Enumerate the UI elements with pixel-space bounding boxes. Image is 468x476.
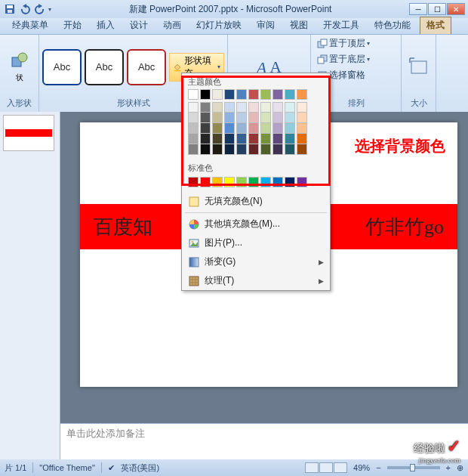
- color-swatch[interactable]: [297, 134, 307, 144]
- color-swatch[interactable]: [200, 89, 211, 100]
- color-swatch[interactable]: [248, 177, 259, 187]
- color-swatch[interactable]: [272, 144, 283, 155]
- picture-item[interactable]: 图片(P)...: [182, 233, 330, 252]
- color-swatch[interactable]: [285, 113, 295, 123]
- color-swatch[interactable]: [200, 123, 211, 134]
- color-swatch[interactable]: [285, 177, 295, 187]
- color-swatch[interactable]: [224, 102, 235, 113]
- gradient-item[interactable]: 渐变(G) ▶: [182, 252, 330, 271]
- color-swatch[interactable]: [236, 123, 247, 134]
- color-swatch[interactable]: [188, 123, 199, 134]
- color-swatch[interactable]: [248, 134, 259, 144]
- color-swatch[interactable]: [212, 89, 223, 100]
- color-swatch[interactable]: [212, 123, 223, 134]
- color-swatch[interactable]: [200, 102, 211, 113]
- color-swatch[interactable]: [272, 123, 283, 134]
- color-swatch[interactable]: [285, 123, 295, 134]
- color-swatch[interactable]: [224, 123, 235, 134]
- save-icon[interactable]: [3, 2, 17, 16]
- zoom-in-button[interactable]: +: [446, 463, 451, 472]
- minimize-button[interactable]: ─: [409, 3, 427, 15]
- color-swatch[interactable]: [260, 123, 271, 134]
- color-swatch[interactable]: [224, 89, 235, 100]
- tab-dev[interactable]: 开发工具: [317, 17, 365, 34]
- color-swatch[interactable]: [212, 102, 223, 113]
- color-swatch[interactable]: [248, 113, 259, 123]
- color-swatch[interactable]: [260, 134, 271, 144]
- tab-format[interactable]: 格式: [420, 17, 451, 34]
- tab-anim[interactable]: 动画: [157, 17, 187, 34]
- slide-thumbnail-1[interactable]: [3, 115, 54, 151]
- color-swatch[interactable]: [200, 134, 211, 144]
- size-icon[interactable]: [408, 57, 430, 78]
- color-swatch[interactable]: [188, 144, 199, 155]
- tab-review[interactable]: 审阅: [251, 17, 281, 34]
- color-swatch[interactable]: [188, 177, 199, 187]
- color-swatch[interactable]: [248, 102, 259, 113]
- tab-view[interactable]: 视图: [284, 17, 314, 34]
- color-swatch[interactable]: [272, 89, 283, 100]
- fit-window-button[interactable]: ⊕: [457, 463, 463, 473]
- color-swatch[interactable]: [212, 113, 223, 123]
- color-swatch[interactable]: [297, 177, 307, 187]
- shapes-icon[interactable]: [11, 51, 29, 70]
- color-swatch[interactable]: [260, 177, 271, 187]
- color-swatch[interactable]: [224, 113, 235, 123]
- color-swatch[interactable]: [297, 113, 307, 123]
- color-swatch[interactable]: [200, 113, 211, 123]
- no-fill-item[interactable]: 无填充颜色(N): [182, 192, 330, 211]
- color-swatch[interactable]: [236, 102, 247, 113]
- color-swatch[interactable]: [236, 144, 247, 155]
- color-swatch[interactable]: [272, 102, 283, 113]
- color-swatch[interactable]: [248, 123, 259, 134]
- color-swatch[interactable]: [285, 134, 295, 144]
- color-swatch[interactable]: [248, 89, 259, 100]
- color-swatch[interactable]: [188, 113, 199, 123]
- color-swatch[interactable]: [224, 144, 235, 155]
- color-swatch[interactable]: [285, 144, 295, 155]
- color-swatch[interactable]: [224, 134, 235, 144]
- color-swatch[interactable]: [236, 134, 247, 144]
- style-preset-3[interactable]: Abc: [127, 49, 166, 85]
- color-swatch[interactable]: [212, 134, 223, 144]
- redo-icon[interactable]: [33, 2, 47, 16]
- color-swatch[interactable]: [285, 89, 295, 100]
- color-swatch[interactable]: [200, 144, 211, 155]
- tab-special[interactable]: 特色功能: [368, 17, 417, 34]
- color-swatch[interactable]: [188, 134, 199, 144]
- close-button[interactable]: ✕: [447, 3, 465, 15]
- color-swatch[interactable]: [236, 89, 247, 100]
- color-swatch[interactable]: [297, 144, 307, 155]
- color-swatch[interactable]: [188, 102, 199, 113]
- more-colors-item[interactable]: 其他填充颜色(M)...: [182, 215, 330, 233]
- tab-show[interactable]: 幻灯片放映: [190, 17, 248, 34]
- color-swatch[interactable]: [260, 144, 271, 155]
- maximize-button[interactable]: ☐: [428, 3, 446, 15]
- tab-start[interactable]: 开始: [57, 17, 88, 34]
- color-swatch[interactable]: [297, 123, 307, 134]
- color-swatch[interactable]: [285, 102, 295, 113]
- color-swatch[interactable]: [212, 177, 223, 187]
- sorter-view-button[interactable]: [319, 462, 333, 473]
- color-swatch[interactable]: [272, 177, 283, 187]
- color-swatch[interactable]: [212, 144, 223, 155]
- color-swatch[interactable]: [188, 89, 199, 100]
- zoom-slider[interactable]: [387, 466, 440, 469]
- send-back-button[interactable]: 置于底层▾: [314, 52, 373, 66]
- spellcheck-icon[interactable]: ✔: [108, 463, 115, 473]
- color-swatch[interactable]: [260, 89, 271, 100]
- slideshow-view-button[interactable]: [334, 462, 347, 473]
- bring-front-button[interactable]: 置于顶层▾: [314, 36, 373, 51]
- color-swatch[interactable]: [272, 113, 283, 123]
- normal-view-button[interactable]: [305, 462, 319, 473]
- color-swatch[interactable]: [200, 177, 211, 187]
- color-swatch[interactable]: [224, 177, 235, 187]
- color-swatch[interactable]: [297, 102, 307, 113]
- undo-icon[interactable]: [18, 2, 32, 16]
- slide-panel[interactable]: [0, 112, 60, 459]
- color-swatch[interactable]: [260, 102, 271, 113]
- tab-classic[interactable]: 经典菜单: [6, 17, 54, 34]
- texture-item[interactable]: 纹理(T) ▶: [182, 271, 330, 290]
- tab-design[interactable]: 设计: [124, 17, 154, 34]
- zoom-thumb[interactable]: [410, 464, 415, 471]
